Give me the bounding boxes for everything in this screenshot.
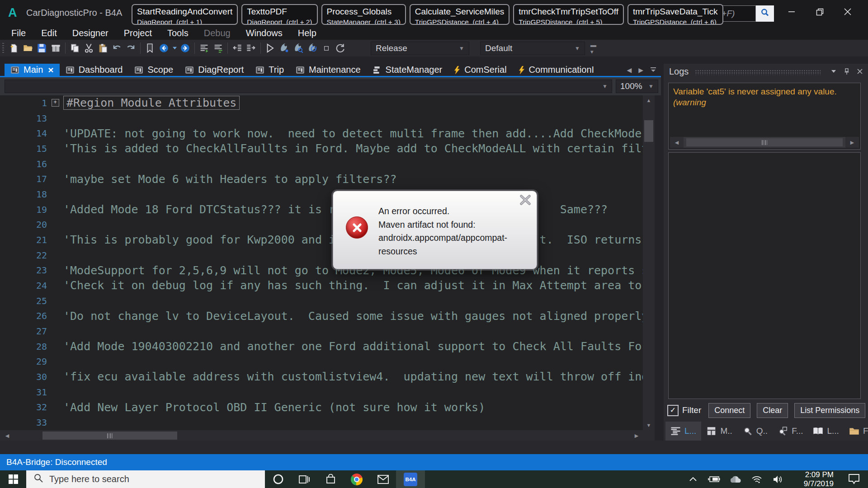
reformat-code-icon[interactable] (197, 42, 211, 55)
bookmark-icon[interactable] (143, 42, 157, 55)
quick-nav-tab[interactable]: Calculate_ServiceMilesTripGPSDistance (c… (410, 4, 509, 25)
onedrive-icon[interactable] (725, 470, 746, 488)
quick-nav-tab[interactable]: tmrCheckTmrTripSetToOffTripGPSDistance (… (513, 4, 624, 25)
horizontal-scroll-thumb[interactable] (42, 432, 177, 440)
editor-tab-main[interactable]: Main× (5, 64, 60, 76)
panel-tab-libraries[interactable]: L... (808, 422, 844, 441)
code-line[interactable]: 32'Add New Layer Protocol OBD II Generic… (0, 399, 643, 415)
panel-tab-modules[interactable]: M.. (701, 422, 737, 441)
navigate-forward-icon[interactable] (178, 42, 192, 55)
shift-right-icon[interactable] (244, 42, 258, 55)
build-configuration-dropdown[interactable]: Release▼ (371, 42, 469, 55)
wifi-icon[interactable] (746, 470, 767, 488)
code-line[interactable]: 27 (0, 324, 643, 339)
panel-tab-find-references[interactable]: F... (773, 422, 808, 441)
code-line[interactable]: 31 (0, 385, 643, 400)
b4a-taskbar-button[interactable]: B4A (396, 470, 425, 488)
editor-vertical-scrollbar[interactable]: ▲ ▼ (643, 95, 655, 430)
find-device-icon[interactable] (291, 42, 305, 55)
code-line[interactable]: 22 (0, 248, 643, 263)
code-line[interactable]: 23'ModeSupport for 2,5,6,9 will not go t… (0, 263, 643, 278)
warnings-horizontal-scrollbar[interactable]: ◀ ▶ (670, 137, 859, 148)
editor-horizontal-scrollbar[interactable]: ◀ ▶ (0, 430, 655, 441)
scroll-left-icon[interactable]: ◀ (670, 137, 684, 148)
cortana-button[interactable] (265, 470, 291, 488)
paste-icon[interactable] (96, 42, 110, 55)
clear-button[interactable]: Clear (757, 403, 788, 418)
quick-nav-tab[interactable]: Process_GlobalsStateManager (ctrl + 3) (321, 4, 406, 25)
editor-tab-diagreport[interactable]: DiagReport (179, 64, 250, 76)
editor-tab-comserial[interactable]: ComSerial (448, 64, 512, 76)
scroll-tabs-left-icon[interactable]: ◀ (627, 66, 632, 74)
export-zip-icon[interactable] (49, 42, 63, 55)
menu-item-edit[interactable]: Edit (33, 26, 64, 40)
quick-nav-tab[interactable]: tmrTripSaveData_TickTripGPSDistance (ctr… (627, 4, 723, 25)
editor-tab-communicationi[interactable]: CommunicationI (513, 64, 596, 76)
code-editor[interactable]: 1+#Region Module Attributes1314'UPDATE: … (0, 95, 643, 430)
menu-item-project[interactable]: Project (116, 26, 160, 40)
editor-tab-dashboard[interactable]: Dashboard (60, 64, 129, 76)
editor-tab-statemanager[interactable]: StateManager (367, 64, 448, 76)
expand-region-icon[interactable]: + (52, 99, 59, 107)
code-line[interactable]: 30'fix ecu available address with custom… (0, 369, 643, 385)
scroll-right-icon[interactable]: ▶ (845, 137, 859, 148)
start-button[interactable] (0, 470, 26, 488)
scroll-tabs-right-icon[interactable]: ▶ (638, 66, 643, 74)
undo-icon[interactable] (110, 42, 124, 55)
close-tab-icon[interactable]: × (48, 66, 53, 74)
redo-icon[interactable] (124, 42, 138, 55)
restore-button[interactable] (806, 3, 834, 21)
open-project-icon[interactable] (21, 42, 35, 55)
new-project-icon[interactable] (7, 42, 21, 55)
scroll-right-icon[interactable]: ▶ (630, 430, 643, 441)
pin-panel-icon[interactable] (844, 68, 849, 75)
scroll-down-icon[interactable]: ▼ (643, 420, 655, 430)
chrome-icon[interactable] (344, 470, 370, 488)
menu-item-designer[interactable]: Designer (65, 26, 116, 40)
copy-icon[interactable] (68, 42, 82, 55)
code-line[interactable]: 17'maybe set Mode 6 with Headers to appl… (0, 171, 643, 187)
mail-icon[interactable] (370, 470, 396, 488)
editor-zoom-dropdown[interactable]: 100%▼ (616, 80, 658, 93)
scroll-up-icon[interactable]: ▲ (643, 95, 655, 105)
toolbar-overflow-icon[interactable]: ▬▾ (590, 42, 596, 55)
logs-panel-header[interactable]: Logs (664, 64, 868, 79)
build-profile-dropdown[interactable]: Default▼ (480, 42, 585, 55)
quick-nav-tab[interactable]: StartReadingAndConvertDiagReport (ctrl +… (132, 4, 238, 25)
toolbar-grip[interactable] (2, 43, 4, 54)
member-navigation-dropdown[interactable]: ▼ (5, 80, 612, 93)
panel-menu-chevron-icon[interactable] (831, 70, 836, 73)
minimize-button[interactable] (778, 3, 806, 21)
save-icon[interactable] (35, 42, 49, 55)
logs-output-box[interactable] (668, 152, 861, 399)
close-button[interactable] (834, 3, 862, 21)
back-history-dropdown-icon[interactable] (171, 42, 178, 55)
compiler-warnings-box[interactable]: Variable 'cat5' is never assigned any va… (668, 83, 861, 150)
store-icon[interactable] (317, 470, 344, 488)
code-line[interactable]: 24'Check it on debug log if any has such… (0, 278, 643, 293)
menu-item-windows[interactable]: Windows (238, 26, 290, 40)
connect-button[interactable]: Connect (708, 403, 750, 418)
cut-icon[interactable] (82, 42, 96, 55)
editor-tab-maintenance[interactable]: Maintenance (290, 64, 367, 76)
volume-icon[interactable] (767, 470, 788, 488)
code-line[interactable]: 25 (0, 293, 643, 309)
menu-item-tools[interactable]: Tools (160, 26, 196, 40)
code-line[interactable]: 16 (0, 156, 643, 172)
code-line[interactable]: 33 (0, 415, 643, 430)
tray-expand-icon[interactable] (682, 470, 703, 488)
run-icon[interactable] (263, 42, 277, 55)
vertical-scroll-thumb[interactable] (644, 120, 653, 142)
connect-device-icon[interactable] (277, 42, 291, 55)
horizontal-scroll-thumb[interactable] (686, 138, 843, 146)
taskbar-clock[interactable]: 2:09 PM 9/7/2019 (788, 470, 834, 488)
code-line[interactable]: 14'UPDATE: not going to work now. need t… (0, 126, 643, 141)
code-line[interactable]: 20 (0, 217, 643, 232)
panel-tab-quick-search[interactable]: Q.. (737, 422, 773, 441)
resume-icon[interactable] (305, 42, 319, 55)
action-center-button[interactable] (840, 470, 868, 488)
code-line[interactable]: 18 (0, 187, 643, 202)
clean-project-icon[interactable] (333, 42, 347, 55)
battery-icon[interactable] (703, 470, 725, 488)
code-line[interactable]: 15'This is added to CheckAllFaullts in F… (0, 141, 643, 156)
